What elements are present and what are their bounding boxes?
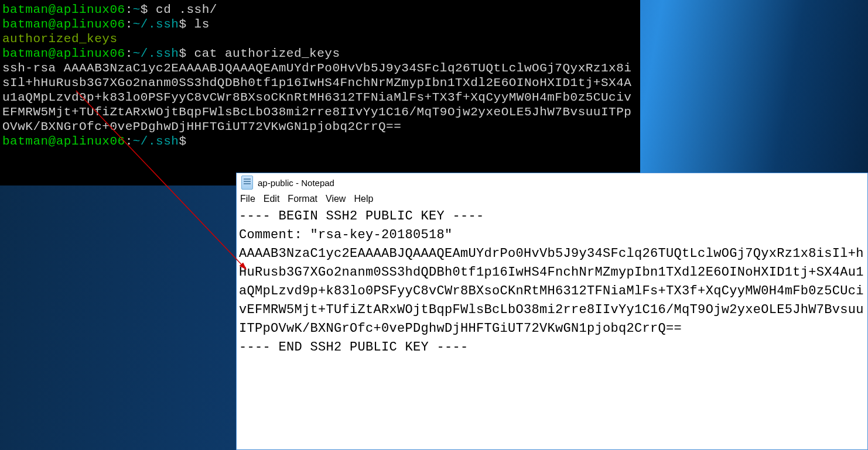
- menu-format[interactable]: Format: [288, 194, 317, 204]
- desktop-background: batman@aplinux06:~$ cd .ssh/batman@aplin…: [0, 0, 868, 450]
- terminal-prompt-line: batman@aplinux06:~/.ssh$ cat authorized_…: [2, 46, 638, 61]
- menu-view[interactable]: View: [326, 194, 346, 204]
- terminal-prompt-line: batman@aplinux06:~$ cd .ssh/: [2, 2, 638, 17]
- notepad-titlebar[interactable]: ap-public - Notepad: [237, 173, 867, 192]
- terminal-prompt-line: batman@aplinux06:~/.ssh$ ls: [2, 17, 638, 32]
- terminal-output-line: authorized_keys: [2, 32, 638, 46]
- menu-edit[interactable]: Edit: [264, 194, 280, 204]
- notepad-textarea[interactable]: ---- BEGIN SSH2 PUBLIC KEY ---- Comment:…: [237, 206, 867, 449]
- notepad-title-text: ap-public - Notepad: [258, 178, 334, 188]
- notepad-icon: [241, 176, 253, 190]
- terminal-content: batman@aplinux06:~$ cd .ssh/batman@aplin…: [2, 2, 638, 149]
- terminal-prompt-line: batman@aplinux06:~/.ssh$: [2, 134, 638, 149]
- terminal-output-line: ssh-rsa AAAAB3NzaC1yc2EAAAABJQAAAQEAmUYd…: [2, 61, 638, 134]
- menu-file[interactable]: File: [240, 194, 255, 204]
- menu-help[interactable]: Help: [354, 194, 373, 204]
- notepad-window[interactable]: ap-public - Notepad File Edit Format Vie…: [236, 173, 868, 450]
- terminal-window[interactable]: batman@aplinux06:~$ cd .ssh/batman@aplin…: [0, 0, 640, 186]
- notepad-menubar[interactable]: File Edit Format View Help: [237, 192, 867, 206]
